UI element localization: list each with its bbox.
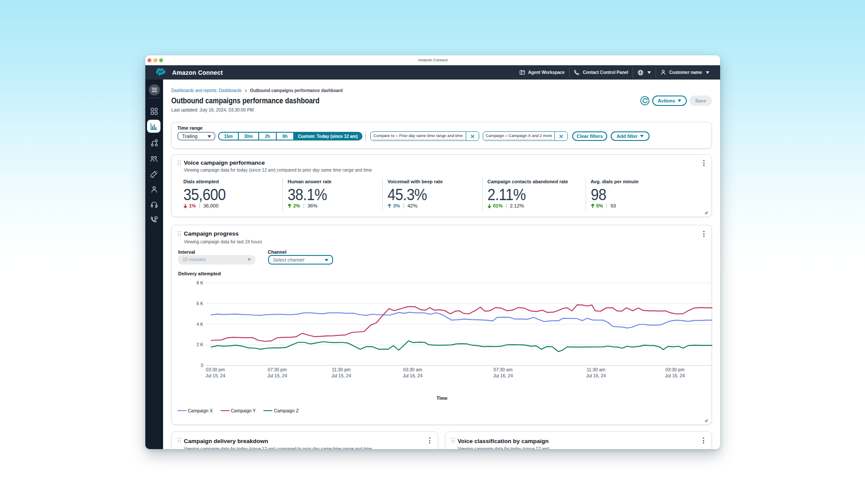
svg-text:Jul 15, 24: Jul 15, 24 — [205, 373, 225, 378]
svg-text:0: 0 — [201, 363, 203, 368]
svg-text:8 K: 8 K — [196, 280, 203, 285]
svg-text:Jul 16, 24: Jul 16, 24 — [586, 373, 606, 378]
svg-text:Jul 16, 24: Jul 16, 24 — [493, 373, 513, 378]
svg-text:2 K: 2 K — [196, 342, 203, 347]
svg-text:Jul 16, 24: Jul 16, 24 — [403, 373, 423, 378]
svg-text:Jul 15, 24: Jul 15, 24 — [331, 373, 351, 378]
svg-text:4 K: 4 K — [196, 322, 203, 327]
svg-text:11:30 pm: 11:30 pm — [332, 367, 351, 372]
svg-text:03:30 pm: 03:30 pm — [666, 367, 685, 372]
svg-text:Jul 15, 24: Jul 15, 24 — [267, 373, 287, 378]
svg-text:6 K: 6 K — [196, 301, 203, 306]
svg-text:Jul 16, 24: Jul 16, 24 — [665, 373, 685, 378]
svg-text:07:30 pm: 07:30 pm — [268, 367, 287, 372]
svg-text:07:30 am: 07:30 am — [493, 367, 513, 372]
svg-text:03:30 pm: 03:30 pm — [206, 367, 225, 372]
svg-text:03:30 am: 03:30 am — [403, 367, 422, 372]
svg-text:11:30 am: 11:30 am — [587, 367, 606, 372]
